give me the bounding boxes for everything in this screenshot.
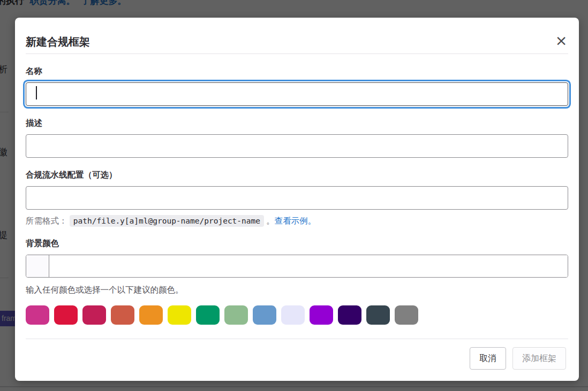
pipeline-config-field-block: 合规流水线配置（可选） 所需格式： path/file.y[a]ml@group…: [26, 170, 568, 227]
color-swatch-6[interactable]: [196, 305, 220, 325]
color-swatch-3[interactable]: [111, 305, 134, 325]
modal-footer: 取消 添加框架: [15, 339, 579, 381]
color-swatch-5[interactable]: [168, 305, 191, 325]
name-input[interactable]: [26, 82, 568, 106]
color-swatch-4[interactable]: [139, 305, 163, 325]
color-swatch-8[interactable]: [253, 305, 276, 325]
close-icon[interactable]: ×: [552, 32, 570, 50]
modal-header: 新建合规框架 ×: [15, 18, 579, 53]
modal-title: 新建合规框架: [26, 35, 90, 49]
see-example-link[interactable]: 查看示例: [275, 216, 308, 225]
background-color-input[interactable]: [49, 255, 568, 277]
color-helper-text: 输入任何颜色或选择一个以下建议的颜色。: [26, 285, 568, 296]
color-swatch-9[interactable]: [281, 305, 305, 325]
pipeline-config-label: 合规流水线配置（可选）: [26, 170, 568, 181]
description-label: 描述: [26, 118, 568, 129]
color-swatch-2[interactable]: [82, 305, 106, 325]
color-swatch-11[interactable]: [338, 305, 361, 325]
pipeline-config-input[interactable]: [26, 186, 568, 210]
pipeline-format-hint: 所需格式： path/file.y[a]ml@group-name/projec…: [26, 216, 568, 227]
description-input[interactable]: [26, 134, 568, 158]
new-compliance-framework-modal: 新建合规框架 × 名称 描述 合规流水线配置（可选） 所需格式： path/fi…: [15, 18, 579, 381]
modal-body: 名称 描述 合规流水线配置（可选） 所需格式： path/file.y[a]ml…: [15, 54, 579, 339]
color-swatch-1[interactable]: [54, 305, 78, 325]
text-cursor: [36, 86, 37, 99]
color-swatch-12[interactable]: [366, 305, 390, 325]
format-code-sample: path/file.y[a]ml@group-name/project-name: [70, 215, 264, 227]
color-swatch-7[interactable]: [224, 305, 248, 325]
color-input-group: [26, 255, 568, 278]
cancel-button[interactable]: 取消: [470, 347, 506, 370]
name-field-block: 名称: [26, 66, 568, 106]
description-field-block: 描述: [26, 118, 568, 158]
color-swatch-0[interactable]: [26, 305, 49, 325]
hint-prefix: 所需格式：: [26, 216, 67, 225]
background-color-field-block: 背景颜色 输入任何颜色或选择一个以下建议的颜色。: [26, 238, 568, 325]
hint-separator: 。: [266, 216, 275, 225]
hint-suffix: 。: [308, 216, 316, 225]
name-label: 名称: [26, 66, 568, 77]
add-framework-button[interactable]: 添加框架: [512, 347, 566, 370]
background-color-label: 背景颜色: [26, 238, 568, 249]
color-swatch-13[interactable]: [395, 305, 418, 325]
suggested-colors-row: [26, 305, 568, 325]
color-swatch-10[interactable]: [310, 305, 333, 325]
color-preview-swatch: [26, 255, 49, 277]
